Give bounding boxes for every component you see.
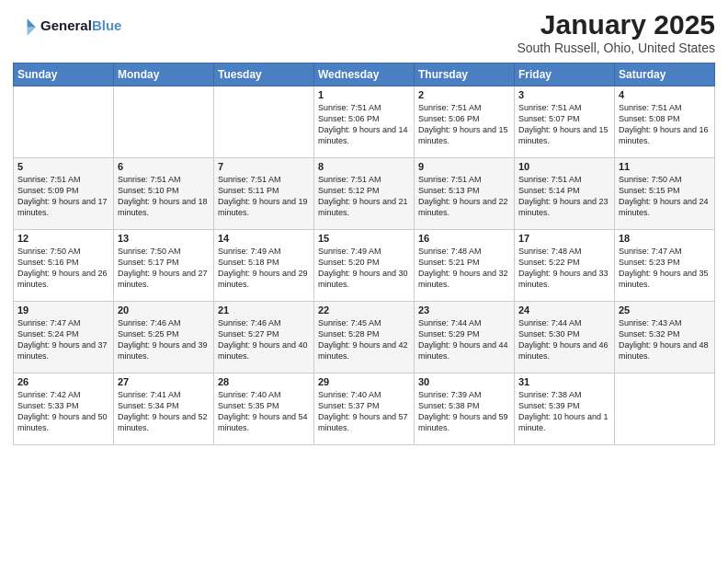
- day-cell: 29Sunrise: 7:40 AM Sunset: 5:37 PM Dayli…: [314, 373, 415, 445]
- day-cell: 31Sunrise: 7:38 AM Sunset: 5:39 PM Dayli…: [515, 373, 615, 445]
- day-number: 19: [17, 304, 109, 316]
- day-number: 26: [17, 376, 109, 387]
- day-info: Sunrise: 7:50 AM Sunset: 5:16 PM Dayligh…: [17, 246, 109, 291]
- day-number: 24: [518, 304, 610, 316]
- day-info: Sunrise: 7:46 AM Sunset: 5:27 PM Dayligh…: [218, 317, 310, 362]
- day-number: 6: [118, 161, 210, 172]
- day-cell: [615, 373, 715, 445]
- day-cell: 12Sunrise: 7:50 AM Sunset: 5:16 PM Dayli…: [14, 230, 114, 302]
- day-cell: 5Sunrise: 7:51 AM Sunset: 5:09 PM Daylig…: [14, 158, 114, 230]
- day-cell: 26Sunrise: 7:42 AM Sunset: 5:33 PM Dayli…: [14, 373, 114, 445]
- day-cell: 16Sunrise: 7:48 AM Sunset: 5:21 PM Dayli…: [415, 230, 515, 302]
- day-info: Sunrise: 7:47 AM Sunset: 5:23 PM Dayligh…: [619, 246, 711, 291]
- day-number: 12: [17, 233, 109, 244]
- header-row: SundayMondayTuesdayWednesdayThursdayFrid…: [14, 63, 715, 86]
- week-row-3: 12Sunrise: 7:50 AM Sunset: 5:16 PM Dayli…: [14, 230, 715, 302]
- day-info: Sunrise: 7:44 AM Sunset: 5:29 PM Dayligh…: [418, 317, 510, 362]
- day-number: 1: [318, 89, 410, 100]
- day-number: 21: [218, 304, 310, 316]
- day-cell: 6Sunrise: 7:51 AM Sunset: 5:10 PM Daylig…: [114, 158, 214, 230]
- day-info: Sunrise: 7:51 AM Sunset: 5:06 PM Dayligh…: [318, 102, 410, 147]
- header-cell-tuesday: Tuesday: [214, 63, 314, 86]
- header-cell-thursday: Thursday: [415, 63, 515, 86]
- day-cell: 11Sunrise: 7:50 AM Sunset: 5:15 PM Dayli…: [615, 158, 715, 230]
- day-info: Sunrise: 7:51 AM Sunset: 5:06 PM Dayligh…: [418, 102, 510, 147]
- day-number: 18: [619, 233, 711, 244]
- day-cell: [114, 86, 214, 158]
- week-row-4: 19Sunrise: 7:47 AM Sunset: 5:24 PM Dayli…: [14, 302, 715, 373]
- day-info: Sunrise: 7:44 AM Sunset: 5:30 PM Dayligh…: [518, 317, 610, 362]
- day-cell: 13Sunrise: 7:50 AM Sunset: 5:17 PM Dayli…: [114, 230, 214, 302]
- day-number: 15: [318, 233, 410, 244]
- day-info: Sunrise: 7:51 AM Sunset: 5:13 PM Dayligh…: [418, 174, 510, 219]
- day-info: Sunrise: 7:40 AM Sunset: 5:37 PM Dayligh…: [318, 389, 410, 434]
- day-cell: 20Sunrise: 7:46 AM Sunset: 5:25 PM Dayli…: [114, 302, 214, 373]
- day-cell: [14, 86, 114, 158]
- day-cell: 21Sunrise: 7:46 AM Sunset: 5:27 PM Dayli…: [214, 302, 314, 373]
- day-info: Sunrise: 7:42 AM Sunset: 5:33 PM Dayligh…: [17, 389, 109, 434]
- day-number: 4: [619, 89, 711, 100]
- day-number: 5: [17, 161, 109, 172]
- day-number: 17: [518, 233, 610, 244]
- day-cell: 2Sunrise: 7:51 AM Sunset: 5:06 PM Daylig…: [415, 86, 515, 158]
- calendar-header: SundayMondayTuesdayWednesdayThursdayFrid…: [14, 63, 715, 86]
- day-cell: 17Sunrise: 7:48 AM Sunset: 5:22 PM Dayli…: [515, 230, 615, 302]
- day-info: Sunrise: 7:39 AM Sunset: 5:38 PM Dayligh…: [418, 389, 510, 434]
- day-info: Sunrise: 7:51 AM Sunset: 5:09 PM Dayligh…: [17, 174, 109, 219]
- subtitle: South Russell, Ohio, United States: [517, 40, 715, 55]
- day-cell: 3Sunrise: 7:51 AM Sunset: 5:07 PM Daylig…: [515, 86, 615, 158]
- title-area: January 2025 South Russell, Ohio, United…: [517, 9, 715, 55]
- day-number: 10: [518, 161, 610, 172]
- day-cell: 14Sunrise: 7:49 AM Sunset: 5:18 PM Dayli…: [214, 230, 314, 302]
- day-info: Sunrise: 7:48 AM Sunset: 5:21 PM Dayligh…: [418, 246, 510, 291]
- main-title: January 2025: [517, 9, 715, 40]
- day-number: 16: [418, 233, 510, 244]
- page: GeneralBlue January 2025 South Russell, …: [0, 0, 728, 563]
- day-cell: 15Sunrise: 7:49 AM Sunset: 5:20 PM Dayli…: [314, 230, 415, 302]
- week-row-5: 26Sunrise: 7:42 AM Sunset: 5:33 PM Dayli…: [14, 373, 715, 445]
- day-info: Sunrise: 7:41 AM Sunset: 5:34 PM Dayligh…: [118, 389, 210, 434]
- day-number: 28: [218, 376, 310, 387]
- day-info: Sunrise: 7:48 AM Sunset: 5:22 PM Dayligh…: [518, 246, 610, 291]
- day-number: 29: [318, 376, 410, 387]
- calendar-body: 1Sunrise: 7:51 AM Sunset: 5:06 PM Daylig…: [14, 86, 715, 445]
- day-cell: 19Sunrise: 7:47 AM Sunset: 5:24 PM Dayli…: [14, 302, 114, 373]
- day-info: Sunrise: 7:38 AM Sunset: 5:39 PM Dayligh…: [518, 389, 610, 434]
- day-number: 11: [619, 161, 711, 172]
- header-cell-monday: Monday: [114, 63, 214, 86]
- day-cell: 23Sunrise: 7:44 AM Sunset: 5:29 PM Dayli…: [415, 302, 515, 373]
- svg-rect-0: [13, 13, 39, 39]
- day-cell: 27Sunrise: 7:41 AM Sunset: 5:34 PM Dayli…: [114, 373, 214, 445]
- day-cell: 30Sunrise: 7:39 AM Sunset: 5:38 PM Dayli…: [415, 373, 515, 445]
- day-info: Sunrise: 7:40 AM Sunset: 5:35 PM Dayligh…: [218, 389, 310, 434]
- day-cell: 8Sunrise: 7:51 AM Sunset: 5:12 PM Daylig…: [314, 158, 415, 230]
- day-cell: 28Sunrise: 7:40 AM Sunset: 5:35 PM Dayli…: [214, 373, 314, 445]
- header: GeneralBlue January 2025 South Russell, …: [13, 9, 715, 55]
- day-cell: 7Sunrise: 7:51 AM Sunset: 5:11 PM Daylig…: [214, 158, 314, 230]
- day-number: 9: [418, 161, 510, 172]
- logo-icon: [13, 13, 39, 39]
- day-info: Sunrise: 7:49 AM Sunset: 5:18 PM Dayligh…: [218, 246, 310, 291]
- day-cell: 24Sunrise: 7:44 AM Sunset: 5:30 PM Dayli…: [515, 302, 615, 373]
- day-number: 22: [318, 304, 410, 316]
- day-info: Sunrise: 7:51 AM Sunset: 5:08 PM Dayligh…: [619, 102, 711, 147]
- day-cell: 18Sunrise: 7:47 AM Sunset: 5:23 PM Dayli…: [615, 230, 715, 302]
- day-info: Sunrise: 7:45 AM Sunset: 5:28 PM Dayligh…: [318, 317, 410, 362]
- day-number: 27: [118, 376, 210, 387]
- day-info: Sunrise: 7:51 AM Sunset: 5:12 PM Dayligh…: [318, 174, 410, 219]
- day-cell: 4Sunrise: 7:51 AM Sunset: 5:08 PM Daylig…: [615, 86, 715, 158]
- logo-text: GeneralBlue: [40, 18, 121, 34]
- day-number: 13: [118, 233, 210, 244]
- day-number: 7: [218, 161, 310, 172]
- header-cell-friday: Friday: [515, 63, 615, 86]
- day-info: Sunrise: 7:43 AM Sunset: 5:32 PM Dayligh…: [619, 317, 711, 362]
- day-cell: 10Sunrise: 7:51 AM Sunset: 5:14 PM Dayli…: [515, 158, 615, 230]
- day-number: 31: [518, 376, 610, 387]
- day-cell: [214, 86, 314, 158]
- day-cell: 22Sunrise: 7:45 AM Sunset: 5:28 PM Dayli…: [314, 302, 415, 373]
- day-info: Sunrise: 7:50 AM Sunset: 5:15 PM Dayligh…: [619, 174, 711, 219]
- logo: GeneralBlue: [13, 13, 121, 39]
- day-info: Sunrise: 7:51 AM Sunset: 5:10 PM Dayligh…: [118, 174, 210, 219]
- day-info: Sunrise: 7:50 AM Sunset: 5:17 PM Dayligh…: [118, 246, 210, 291]
- day-info: Sunrise: 7:49 AM Sunset: 5:20 PM Dayligh…: [318, 246, 410, 291]
